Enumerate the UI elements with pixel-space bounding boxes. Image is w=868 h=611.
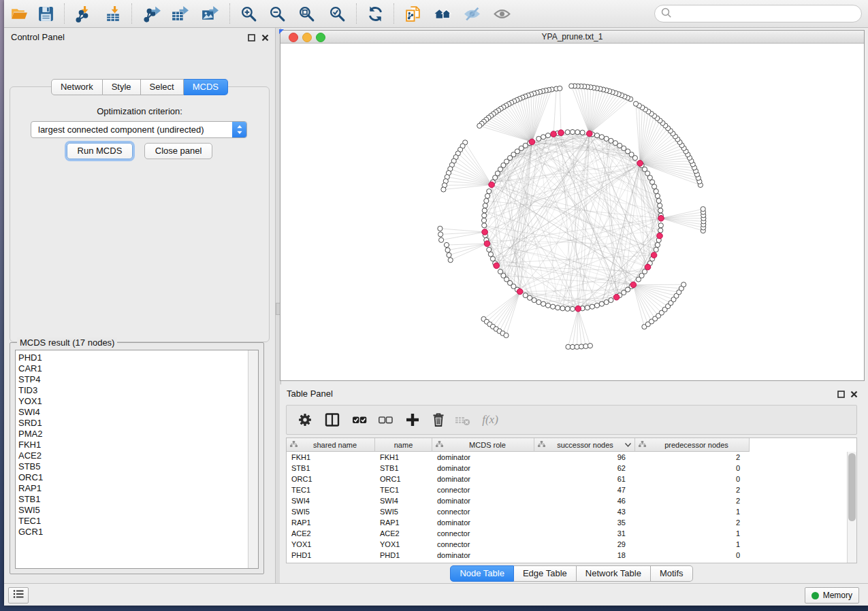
cytoscape-window: Control Panel NetworkStyleSelectMCDS Opt… bbox=[4, 0, 868, 606]
cell-successor_nodes: 29 bbox=[534, 540, 635, 548]
mcds-result-item[interactable]: PMA2 bbox=[18, 429, 246, 440]
cell-name: STB1 bbox=[375, 464, 432, 472]
table-row[interactable]: SWI4SWI4dominator462 bbox=[287, 495, 856, 506]
task-history-button[interactable] bbox=[8, 587, 29, 604]
cell-predecessor_nodes: 2 bbox=[635, 486, 750, 494]
select-all-button[interactable] bbox=[351, 411, 368, 429]
split-view-button[interactable] bbox=[323, 411, 341, 429]
optimization-criterion-select[interactable]: largest connected component (undirected) bbox=[31, 121, 247, 138]
mcds-result-item[interactable]: STP4 bbox=[18, 374, 246, 385]
mcds-result-item[interactable]: FKH1 bbox=[18, 440, 246, 450]
mcds-result-item[interactable]: SWI5 bbox=[18, 505, 246, 516]
tab-edge-table[interactable]: Edge Table bbox=[514, 565, 577, 582]
export-table-button[interactable] bbox=[167, 3, 191, 24]
tab-network-table[interactable]: Network Table bbox=[577, 565, 651, 582]
tab-mcds[interactable]: MCDS bbox=[184, 79, 228, 95]
mcds-result-item[interactable]: SWI4 bbox=[18, 407, 246, 418]
column-header-MCDS-role[interactable]: MCDS role bbox=[432, 438, 534, 452]
mcds-list-scrollbar[interactable] bbox=[248, 350, 258, 568]
dropdown-stepper-icon bbox=[232, 122, 246, 137]
table-settings-button[interactable] bbox=[296, 411, 314, 429]
table-row[interactable]: ORC1ORC1dominator610 bbox=[287, 474, 856, 484]
mcds-result-item[interactable]: SRD1 bbox=[18, 418, 246, 429]
mcds-result-item[interactable]: YOX1 bbox=[18, 396, 246, 407]
equation-button[interactable]: f(x) bbox=[479, 411, 502, 429]
mcds-result-list[interactable]: PHD1CAR1STP4TID3YOX1SWI4SRD1PMA2FKH1ACE2… bbox=[15, 350, 259, 569]
hide-annotations-button[interactable] bbox=[460, 3, 484, 24]
column-header-predecessor-nodes[interactable]: predecessor nodes bbox=[635, 438, 750, 452]
tab-style[interactable]: Style bbox=[103, 79, 141, 95]
mcds-result-item[interactable]: STB1 bbox=[18, 494, 246, 505]
search-box[interactable] bbox=[654, 5, 862, 22]
toolbar-separator bbox=[393, 3, 395, 24]
float-panel-icon[interactable] bbox=[247, 33, 256, 42]
run-mcds-button[interactable]: Run MCDS bbox=[67, 143, 133, 159]
close-panel-icon[interactable] bbox=[261, 33, 270, 42]
table-row[interactable]: YOX1YOX1connector291 bbox=[287, 539, 856, 550]
table-row[interactable]: TEC1TEC1connector472 bbox=[287, 484, 856, 495]
mcds-result-item[interactable]: CAR1 bbox=[18, 363, 246, 374]
tab-network[interactable]: Network bbox=[51, 79, 103, 95]
close-table-panel-icon[interactable] bbox=[850, 389, 858, 398]
mcds-result-item[interactable]: ORC1 bbox=[18, 472, 246, 483]
zoom-selected-button[interactable] bbox=[325, 3, 349, 24]
tab-node-table[interactable]: Node Table bbox=[450, 565, 514, 582]
import-table-button[interactable] bbox=[101, 3, 125, 24]
mcds-result-item[interactable]: RAP1 bbox=[18, 483, 246, 494]
import-network-button[interactable] bbox=[71, 3, 95, 24]
table-row[interactable]: PHD1PHD1dominator180 bbox=[287, 550, 856, 561]
hide-column-button[interactable] bbox=[453, 411, 471, 429]
save-session-button[interactable] bbox=[33, 3, 58, 24]
network-overview-button[interactable] bbox=[430, 3, 455, 24]
attribute-type-icon bbox=[435, 440, 444, 449]
network-window-titlebar[interactable]: YPA_prune.txt_1 bbox=[280, 31, 864, 44]
network-graph[interactable] bbox=[280, 44, 863, 380]
export-image-button[interactable] bbox=[197, 3, 221, 24]
table-row[interactable]: SWI5SWI5connector431 bbox=[287, 506, 856, 517]
tab-motifs[interactable]: Motifs bbox=[651, 565, 693, 582]
mcds-result-item[interactable]: GCR1 bbox=[18, 527, 246, 538]
cell-mcds_role: dominator bbox=[432, 464, 534, 472]
cell-name: YOX1 bbox=[375, 540, 432, 548]
column-header-name[interactable]: name bbox=[375, 438, 432, 452]
column-header-shared-name[interactable]: shared name bbox=[287, 438, 375, 452]
table-row[interactable]: ACE2ACE2connector311 bbox=[287, 528, 856, 539]
table-row[interactable]: FKH1FKH1dominator962 bbox=[287, 452, 856, 463]
zoom-out-button[interactable] bbox=[265, 3, 289, 24]
graphics-details-button[interactable] bbox=[489, 3, 514, 24]
tab-select[interactable]: Select bbox=[141, 79, 184, 95]
save-session-icon bbox=[37, 5, 55, 23]
table-scrollbar[interactable] bbox=[847, 452, 856, 563]
table-row[interactable]: STB1STB1dominator620 bbox=[287, 463, 856, 474]
mcds-result-item[interactable]: STB5 bbox=[18, 461, 246, 472]
zoom-fit-button[interactable] bbox=[294, 3, 319, 24]
mcds-result-item[interactable]: PHD1 bbox=[18, 352, 246, 363]
control-panel: Control Panel NetworkStyleSelectMCDS Opt… bbox=[4, 28, 275, 584]
table-row[interactable]: RAP1RAP1dominator352 bbox=[287, 517, 856, 528]
deselect-all-button[interactable] bbox=[376, 411, 394, 429]
close-panel-button[interactable]: Close panel bbox=[144, 143, 213, 159]
cell-successor_nodes: 43 bbox=[534, 508, 635, 516]
mcds-result-item[interactable]: TID3 bbox=[18, 385, 246, 396]
search-icon bbox=[660, 7, 672, 21]
list-icon bbox=[12, 588, 25, 603]
network-canvas[interactable] bbox=[280, 44, 864, 380]
refresh-network-icon bbox=[366, 5, 385, 23]
delete-row-button[interactable] bbox=[430, 411, 447, 429]
memory-button[interactable]: Memory bbox=[805, 587, 859, 604]
add-row-button[interactable] bbox=[404, 411, 421, 429]
search-input[interactable] bbox=[675, 8, 856, 19]
column-header-successor-nodes[interactable]: successor nodes bbox=[534, 438, 635, 452]
zoom-in-button[interactable] bbox=[236, 3, 261, 24]
table-scrollbar-thumb[interactable] bbox=[848, 453, 856, 521]
cell-successor_nodes: 47 bbox=[534, 486, 635, 494]
refresh-network-button[interactable] bbox=[363, 3, 387, 24]
cell-predecessor_nodes: 2 bbox=[635, 497, 750, 505]
clone-network-button[interactable] bbox=[400, 3, 425, 24]
mcds-result-item[interactable]: TEC1 bbox=[18, 516, 246, 527]
export-network-button[interactable] bbox=[139, 3, 163, 24]
open-session-button[interactable] bbox=[6, 3, 31, 24]
float-table-panel-icon[interactable] bbox=[837, 389, 846, 398]
cell-predecessor_nodes: 0 bbox=[635, 475, 750, 483]
mcds-result-item[interactable]: ACE2 bbox=[18, 450, 246, 461]
